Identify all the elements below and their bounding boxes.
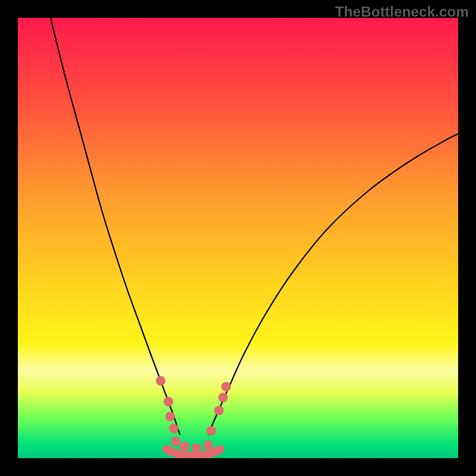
marker-point-10 xyxy=(218,393,228,402)
marker-point-1 xyxy=(164,397,173,406)
marker-point-7 xyxy=(203,440,213,450)
marker-point-11 xyxy=(221,382,231,392)
marker-point-3 xyxy=(169,424,178,433)
bottleneck-chart xyxy=(18,18,458,458)
marker-point-9 xyxy=(214,406,224,415)
marker-point-5 xyxy=(180,441,189,451)
marker-point-8 xyxy=(206,426,216,436)
chart-frame xyxy=(18,18,458,458)
marker-point-6 xyxy=(192,443,201,453)
marker-point-0 xyxy=(156,376,165,386)
marker-point-2 xyxy=(165,412,175,421)
marker-point-4 xyxy=(171,437,180,446)
chart-background-gradient xyxy=(18,18,458,458)
